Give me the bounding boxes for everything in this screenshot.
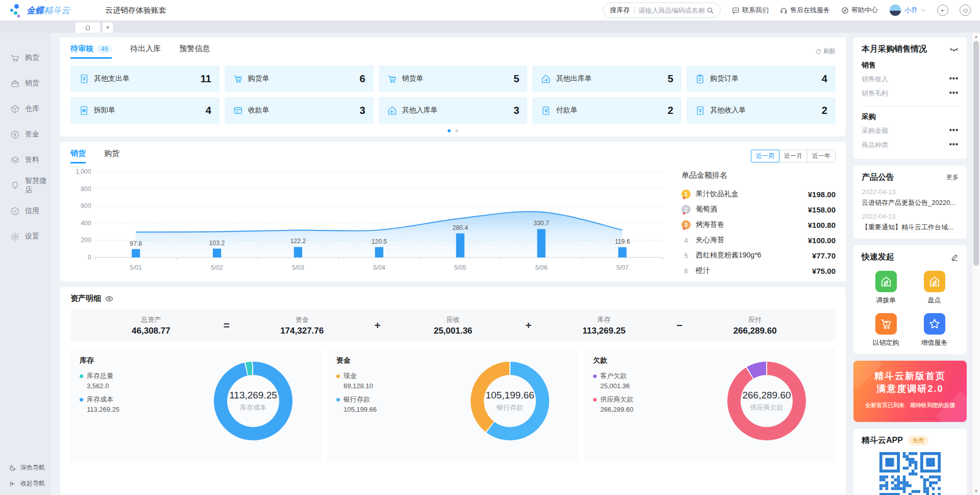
ranking-row[interactable]: 3 烤海苔卷 ¥100.80 <box>681 217 836 232</box>
sidebar-item-6[interactable]: 信用 <box>0 198 51 224</box>
donut-center-value: 113,269.25 <box>229 390 277 401</box>
todo-card-0[interactable]: 其他支出单 11 <box>70 65 219 92</box>
svg-text:200: 200 <box>81 237 91 244</box>
quick-action-label: 以销定购 <box>873 338 899 347</box>
sidebar-item-5[interactable]: 智慧微店 <box>0 173 51 198</box>
search-box[interactable]: 搜库存 <box>603 3 721 18</box>
todo-card-3[interactable]: 其他出库单 5 <box>532 65 681 92</box>
todo-card-count: 2 <box>822 105 827 116</box>
todo-card-6[interactable]: 收款单 3 <box>225 97 374 124</box>
ranking-row[interactable]: 4 夹心海苔 ¥100.00 <box>681 232 836 248</box>
formula-value: 113,269.25 <box>544 326 664 336</box>
edit-pencil-icon[interactable] <box>951 253 959 261</box>
outbound-house-icon <box>541 74 551 84</box>
eye-icon[interactable] <box>105 295 113 303</box>
tab-sales[interactable]: 销货 <box>70 149 86 163</box>
todo-tab-0[interactable]: 待审核 49 <box>70 44 112 59</box>
survey-banner[interactable]: 精斗云新版首页满意度调研2.0 全新首页已到来 期待收到您的反馈 <box>853 361 967 422</box>
announcement-item[interactable]: 2022-04-13 云进销存产品更新公告_20220... <box>862 188 959 207</box>
todo-card-5[interactable]: 拆卸单 4 <box>70 97 219 124</box>
todo-card-count: 2 <box>668 105 673 116</box>
todo-tab-1[interactable]: 待出入库 <box>130 44 161 59</box>
headset-icon <box>780 7 788 14</box>
brand-logo[interactable]: 金蝶精斗云 <box>9 4 86 17</box>
period-button-0[interactable]: 近一周 <box>751 150 779 162</box>
formula-label: 应收 <box>393 315 513 324</box>
trend-panel: 销货 购货 近一周近一月近一年 02004006008001,00097.810… <box>60 142 846 281</box>
tab-purchase[interactable]: 购货 <box>104 149 119 163</box>
donut-center-value: 105,199.66 <box>485 390 534 401</box>
sidebar-item-4[interactable]: 资料 <box>0 147 51 173</box>
announcement-text: 【重要通知】精斗云工作台域... <box>862 223 959 232</box>
pager-dot-1[interactable] <box>455 129 458 132</box>
quick-action-2[interactable]: 以销定购 <box>862 313 910 347</box>
svg-text:1,000: 1,000 <box>76 168 91 175</box>
period-button-2[interactable]: 近一年 <box>807 150 836 162</box>
monthly-row-label: 商品种类 <box>862 140 888 150</box>
period-button-1[interactable]: 近一月 <box>779 150 807 162</box>
todo-card-1[interactable]: 购货单 6 <box>225 65 374 92</box>
quick-action-1[interactable]: 盘点 <box>910 271 959 305</box>
monthly-row: 销售毛利 *** <box>862 86 959 101</box>
sidebar-item-1[interactable]: 销货 <box>0 70 51 96</box>
scrollbar-thumb[interactable] <box>973 41 979 266</box>
monthly-row-label: 销售收入 <box>862 75 888 84</box>
eye-closed-icon[interactable] <box>949 46 959 53</box>
pager-dot-0[interactable] <box>448 129 451 132</box>
sidebar-item-0[interactable]: 购货 <box>0 45 51 70</box>
ranking-item-amount: ¥75.00 <box>812 267 836 275</box>
todo-card-2[interactable]: 销货单 5 <box>379 65 528 92</box>
top-header: 金蝶精斗云 云进销存体验账套 搜库存 联系我们 售后在线服务 帮助中心 小乔 <box>0 0 980 20</box>
scroll-up-arrow[interactable]: ▲ <box>972 34 980 39</box>
more-link[interactable]: 更多 <box>946 173 959 182</box>
todo-card-label: 付款单 <box>556 106 577 115</box>
svg-text:5/03: 5/03 <box>292 264 304 271</box>
ranking-item-name: 果汁饮品礼盒 <box>696 190 739 199</box>
todo-card-7[interactable]: 其他入库单 3 <box>379 97 528 124</box>
todo-tab-label: 预警信息 <box>179 44 210 54</box>
avatar[interactable] <box>889 4 901 16</box>
dark-nav-toggle[interactable]: 深色导航 <box>9 463 51 472</box>
search-icon[interactable] <box>706 7 714 14</box>
collapse-nav-button[interactable]: 收起导航 <box>9 479 51 488</box>
formula-value: 46,308.77 <box>91 326 211 336</box>
formula-item-0: 总资产 46,308.77 <box>91 315 211 336</box>
sidebar-item-7[interactable]: 设置 <box>0 224 51 249</box>
search-input[interactable] <box>639 7 706 14</box>
ranking-row[interactable]: 2 葡萄酒 ¥158.00 <box>681 202 836 217</box>
donut-center-label: 银行存款 <box>497 403 523 412</box>
refresh-button[interactable]: 刷新 <box>815 47 836 56</box>
todo-card-8[interactable]: 付款单 2 <box>532 97 681 124</box>
ranking-row[interactable]: 1 果汁饮品礼盒 ¥198.00 <box>681 186 836 202</box>
purchase-order-icon <box>695 74 705 84</box>
logout-power-button[interactable] <box>960 5 971 16</box>
todo-card-label: 其他收入单 <box>710 106 746 115</box>
donut-center-value: 266,289.60 <box>742 390 791 401</box>
announcement-item[interactable]: 2022-04-13 【重要通知】精斗云工作台域... <box>862 213 959 232</box>
medal-icon: 2 <box>681 205 691 214</box>
after-sales-service-link[interactable]: 售后在线服务 <box>780 6 830 15</box>
todo-card-4[interactable]: 购货订单 4 <box>687 65 836 92</box>
contact-us-link[interactable]: 联系我们 <box>732 6 769 15</box>
todo-card-9[interactable]: 其他收入单 2 <box>687 97 836 124</box>
home-tab[interactable] <box>76 22 100 33</box>
quick-action-0[interactable]: 调拨单 <box>862 271 910 305</box>
tab-list-dropdown[interactable]: ▼ <box>103 22 113 33</box>
ranking-row[interactable]: 6 橙汁 ¥75.00 <box>681 263 836 278</box>
sidebar-item-2[interactable]: 仓库 <box>0 96 51 122</box>
search-scope-selector[interactable]: 搜库存 <box>610 6 630 15</box>
back-to-old-version-button[interactable] <box>937 5 948 16</box>
sidebar-item-3[interactable]: 资金 <box>0 122 51 147</box>
user-menu[interactable]: 小乔 <box>889 4 926 16</box>
todo-tab-2[interactable]: 预警信息 <box>179 44 210 59</box>
ranking-row[interactable]: 5 西红柿意粉酱190g*6 ¥77.70 <box>681 248 836 263</box>
announcement-date: 2022-04-13 <box>862 188 959 196</box>
donut-panel-1: 资金 现金 69,128.10 银行存款 105,199.66 105,199.… <box>327 348 579 463</box>
scroll-down-arrow[interactable]: ▼ <box>972 489 980 493</box>
sidebar-item-label: 资金 <box>25 130 39 139</box>
quick-action-3[interactable]: 增值服务 <box>910 313 959 347</box>
ranking-item-name: 烤海苔卷 <box>696 220 724 229</box>
help-center-link[interactable]: 帮助中心 <box>841 6 878 15</box>
monthly-panel-title: 本月采购销售情况 <box>862 44 927 55</box>
page-scrollbar[interactable]: ▲ ▼ <box>972 33 980 495</box>
